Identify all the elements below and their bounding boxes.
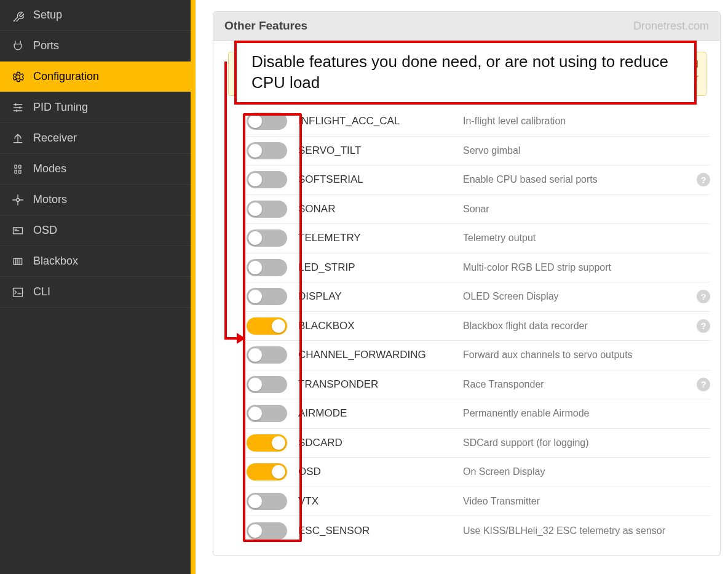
feature-row-osd: OSDOn Screen Display xyxy=(247,458,710,487)
sidebar-item-label: CLI xyxy=(33,285,180,298)
sidebar-item-label: Setup xyxy=(33,9,180,22)
sidebar-item-pid-tuning[interactable]: PID Tuning xyxy=(0,92,191,123)
feature-desc: Video Transmitter xyxy=(463,496,710,507)
accent-stripe xyxy=(191,0,196,574)
feature-desc: SDCard support (for logging) xyxy=(463,437,710,448)
sidebar-item-label: Blackbox xyxy=(33,255,180,268)
panel-watermark: Dronetrest.com xyxy=(633,20,709,33)
feature-desc: Use KISS/BLHeli_32 ESC telemetry as sens… xyxy=(463,525,710,536)
feature-toggle-display[interactable] xyxy=(247,288,287,305)
feature-row-esc_sensor: ESC_SENSORUse KISS/BLHeli_32 ESC telemet… xyxy=(247,516,710,546)
feature-name: TELEMETRY xyxy=(298,232,452,244)
annotation-text: Disable features you done need, or are n… xyxy=(234,41,697,105)
feature-name: ESC_SENSOR xyxy=(298,525,452,537)
sidebar-item-modes[interactable]: Modes xyxy=(0,154,191,185)
feature-name: BLACKBOX xyxy=(298,320,452,332)
feature-row-vtx: VTXVideo Transmitter xyxy=(247,487,710,517)
sidebar-item-osd[interactable]: OSD xyxy=(0,215,191,246)
feature-toggle-blackbox[interactable] xyxy=(247,317,287,335)
sidebar-item-label: Configuration xyxy=(33,70,180,83)
annotation-connector-v xyxy=(224,62,227,338)
feature-row-airmode: AIRMODEPermanently enable Airmode xyxy=(247,399,710,429)
help-icon[interactable]: ? xyxy=(697,173,710,186)
sidebar-item-ports[interactable]: Ports xyxy=(0,31,191,62)
help-icon[interactable]: ? xyxy=(697,378,710,391)
osd-icon xyxy=(11,224,25,237)
gear-icon xyxy=(11,70,25,84)
feature-toggle-sdcard[interactable] xyxy=(247,434,287,452)
sidebar-item-label: Receiver xyxy=(33,132,180,145)
motor-icon xyxy=(11,193,25,207)
sidebar-item-label: Modes xyxy=(33,162,180,175)
sidebar-item-label: PID Tuning xyxy=(33,101,180,114)
feature-toggle-vtx[interactable] xyxy=(247,493,287,510)
feature-desc: Servo gimbal xyxy=(463,145,710,156)
antenna-icon xyxy=(11,132,25,145)
feature-toggle-sonar[interactable] xyxy=(247,201,287,218)
feature-row-telemetry: TELEMETRYTelemetry output xyxy=(247,224,710,253)
sidebar: SetupPortsConfigurationPID TuningReceive… xyxy=(0,0,191,574)
blackbox-icon xyxy=(11,255,25,268)
feature-toggle-airmode[interactable] xyxy=(247,405,287,422)
feature-row-softserial: SOFTSERIALEnable CPU based serial ports? xyxy=(247,165,710,195)
other-features-panel: Other Features Dronetrest.com N nd ur b … xyxy=(213,11,721,556)
feature-row-sdcard: SDCARDSDCard support (for logging) xyxy=(247,429,710,458)
feature-row-sonar: SONARSonar xyxy=(247,195,710,225)
feature-name: AIRMODE xyxy=(298,407,452,420)
sidebar-item-setup[interactable]: Setup xyxy=(0,0,191,31)
feature-toggle-esc_sensor[interactable] xyxy=(247,522,287,540)
sidebar-item-cli[interactable]: CLI xyxy=(0,277,191,308)
feature-toggle-softserial[interactable] xyxy=(247,171,287,188)
panel-header: Other Features Dronetrest.com xyxy=(213,12,720,41)
feature-desc: OLED Screen Display xyxy=(463,291,686,302)
feature-toggle-osd[interactable] xyxy=(247,463,287,480)
annotation-arrow-head xyxy=(237,333,245,344)
feature-name: VTX xyxy=(298,495,452,508)
feature-name: CHANNEL_FORWARDING xyxy=(298,349,452,361)
feature-name: DISPLAY xyxy=(298,290,452,303)
feature-row-channel_forwarding: CHANNEL_FORWARDINGForward aux channels t… xyxy=(247,341,710,370)
feature-desc: Blackbox flight data recorder xyxy=(463,321,686,332)
feature-row-servo_tilt: SERVO_TILTServo gimbal xyxy=(247,137,710,166)
feature-row-led_strip: LED_STRIPMulti-color RGB LED strip suppo… xyxy=(247,253,710,283)
feature-name: SDCARD xyxy=(298,437,452,449)
help-icon[interactable]: ? xyxy=(697,319,710,333)
feature-name: SOFTSERIAL xyxy=(298,173,452,186)
feature-row-inflight_acc_cal: INFLIGHT_ACC_CALIn-flight level calibrat… xyxy=(247,107,710,137)
sidebar-item-receiver[interactable]: Receiver xyxy=(0,123,191,154)
modes-icon xyxy=(11,162,25,176)
help-icon[interactable]: ? xyxy=(697,290,710,303)
feature-toggle-led_strip[interactable] xyxy=(247,259,287,276)
wrench-icon xyxy=(11,9,25,22)
feature-desc: Permanently enable Airmode xyxy=(463,408,710,419)
feature-toggle-inflight_acc_cal[interactable] xyxy=(247,113,287,130)
feature-desc: Race Transponder xyxy=(463,379,686,390)
feature-toggle-telemetry[interactable] xyxy=(247,229,287,247)
feature-desc: Sonar xyxy=(463,204,710,215)
feature-desc: In-flight level calibration xyxy=(463,116,710,127)
feature-name: LED_STRIP xyxy=(298,261,452,274)
feature-row-display: DISPLAYOLED Screen Display? xyxy=(247,282,710,312)
feature-desc: On Screen Display xyxy=(463,466,710,477)
sidebar-item-label: Ports xyxy=(33,39,180,52)
sidebar-item-blackbox[interactable]: Blackbox xyxy=(0,246,191,277)
sidebar-item-label: OSD xyxy=(33,224,180,237)
feature-name: SONAR xyxy=(298,203,452,215)
feature-desc: Multi-color RGB LED strip support xyxy=(463,262,710,273)
feature-name: SERVO_TILT xyxy=(298,145,452,157)
sidebar-item-configuration[interactable]: Configuration xyxy=(0,62,191,92)
feature-row-transponder: TRANSPONDERRace Transponder? xyxy=(247,370,710,400)
panel-title: Other Features xyxy=(224,19,307,33)
sidebar-item-motors[interactable]: Motors xyxy=(0,185,191,215)
feature-row-blackbox: BLACKBOXBlackbox flight data recorder? xyxy=(247,312,710,341)
feature-toggle-channel_forwarding[interactable] xyxy=(247,346,287,364)
feature-desc: Forward aux channels to servo outputs xyxy=(463,349,710,361)
feature-toggle-transponder[interactable] xyxy=(247,376,287,393)
sidebar-item-label: Motors xyxy=(33,193,180,206)
feature-toggle-servo_tilt[interactable] xyxy=(247,142,287,159)
feature-name: TRANSPONDER xyxy=(298,378,452,391)
sliders-icon xyxy=(11,101,25,114)
feature-desc: Enable CPU based serial ports xyxy=(463,174,686,185)
feature-desc: Telemetry output xyxy=(463,233,710,244)
panel-body: N nd ur b Disable features you done need… xyxy=(213,41,720,556)
